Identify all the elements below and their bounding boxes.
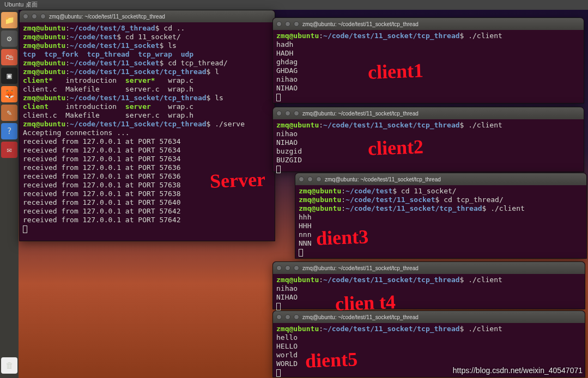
window-max-icon[interactable] (294, 265, 299, 271)
launcher-mail-icon[interactable]: ✉ (1, 142, 17, 158)
window-close-icon[interactable] (276, 21, 282, 27)
window-close-icon[interactable] (276, 265, 282, 271)
launcher-software-icon[interactable]: 🛍 (1, 49, 17, 65)
terminal-client2[interactable]: zmq@ubuntu: ~/code/test/11_socket/tcp_th… (272, 107, 584, 172)
window-title: zmq@ubuntu: ~/code/test/11_socket/tcp_th… (302, 111, 419, 117)
watermark: https://blog.csdn.net/weixin_40547071 (453, 366, 583, 375)
terminal-body[interactable]: zmq@ubuntu:~/code/test/11_socket/tcp_thr… (273, 30, 584, 103)
window-close-icon[interactable] (276, 314, 282, 320)
window-min-icon[interactable] (285, 21, 290, 27)
titlebar[interactable]: zmq@ubuntu: ~/code/test/11_socket/tcp_th… (273, 107, 584, 119)
launcher-editor-icon[interactable]: ✎ (1, 105, 17, 121)
terminal-client1[interactable]: zmq@ubuntu: ~/code/test/11_socket/tcp_th… (272, 17, 584, 103)
terminal-client3[interactable]: zmq@ubuntu: ~/code/test/11_socket/tcp_th… (295, 173, 587, 259)
titlebar[interactable]: zmq@ubuntu: ~/code/test/11_socket/tcp_th… (295, 173, 586, 185)
launcher-firefox-icon[interactable]: 🦊 (1, 86, 17, 102)
titlebar[interactable]: zmq@ubuntu: ~/code/test/11_socket/tcp_th… (20, 10, 275, 22)
window-close-icon[interactable] (276, 111, 282, 116)
window-min-icon[interactable] (307, 176, 313, 182)
terminal-body[interactable]: zmq@ubuntu:~/code/test/8_thread$ cd ..zm… (20, 22, 275, 235)
window-close-icon[interactable] (23, 14, 28, 19)
window-title: zmq@ubuntu: ~/code/test/11_socket/tcp_th… (325, 176, 441, 182)
window-max-icon[interactable] (294, 111, 299, 116)
window-min-icon[interactable] (32, 14, 37, 19)
launcher-files-icon[interactable]: 📁 (1, 12, 17, 28)
titlebar[interactable]: zmq@ubuntu: ~/code/test/11_socket/tcp_th… (273, 18, 584, 30)
launcher-terminal-icon[interactable]: ▣ (1, 68, 17, 84)
window-max-icon[interactable] (294, 21, 299, 27)
window-max-icon[interactable] (316, 176, 322, 182)
window-close-icon[interactable] (299, 176, 304, 182)
terminal-body[interactable]: zmq@ubuntu:~/code/test$ cd 11_socket/zmq… (295, 185, 586, 258)
window-title: zmq@ubuntu: ~/code/test/11_socket/tcp_th… (49, 14, 165, 20)
terminal-body[interactable]: zmq@ubuntu:~/code/test/11_socket/tcp_thr… (273, 119, 584, 175)
window-min-icon[interactable] (285, 314, 290, 320)
terminal-client4[interactable]: zmq@ubuntu: ~/code/test/11_socket/tcp_th… (272, 261, 585, 309)
launcher-help-icon[interactable]: ? (1, 123, 17, 139)
desktop-topbar: Ubuntu 桌面 (0, 0, 588, 10)
titlebar[interactable]: zmq@ubuntu: ~/code/test/11_socket/tcp_th… (273, 311, 585, 323)
terminal-body[interactable]: zmq@ubuntu:~/code/test/11_socket/tcp_thr… (273, 274, 585, 312)
window-min-icon[interactable] (285, 111, 290, 116)
titlebar[interactable]: zmq@ubuntu: ~/code/test/11_socket/tcp_th… (273, 262, 585, 274)
topbar-title: Ubuntu 桌面 (4, 1, 38, 8)
launcher-trash-icon[interactable]: 🗑 (1, 357, 17, 374)
terminal-server[interactable]: zmq@ubuntu: ~/code/test/11_socket/tcp_th… (19, 10, 275, 241)
window-max-icon[interactable] (294, 314, 299, 320)
window-title: zmq@ubuntu: ~/code/test/11_socket/tcp_th… (302, 265, 419, 271)
window-title: zmq@ubuntu: ~/code/test/11_socket/tcp_th… (302, 314, 419, 320)
window-title: zmq@ubuntu: ~/code/test/11_socket/tcp_th… (302, 21, 419, 27)
window-min-icon[interactable] (285, 265, 290, 271)
launcher-dock: 📁 ⚙ 🛍 ▣ 🦊 ✎ ? ✉ 🗑 (0, 10, 19, 378)
launcher-settings-icon[interactable]: ⚙ (1, 31, 17, 47)
window-max-icon[interactable] (40, 14, 46, 19)
